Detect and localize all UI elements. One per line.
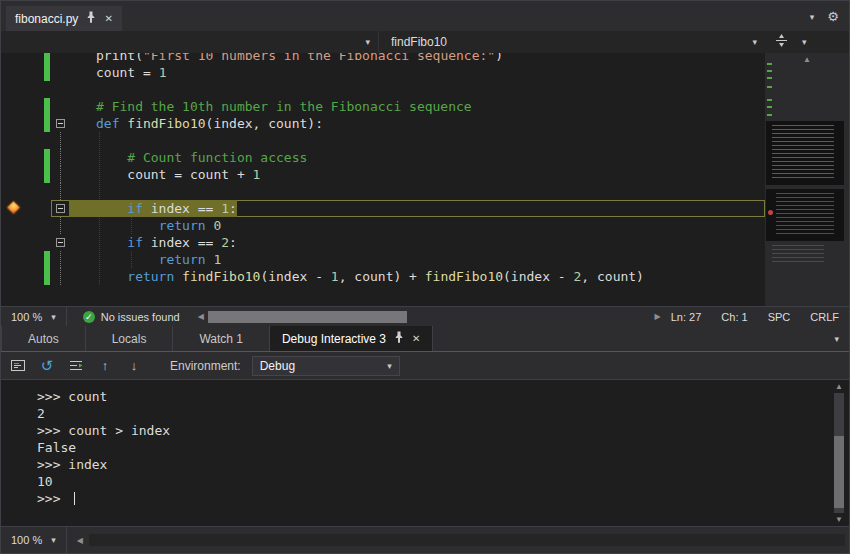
code-text[interactable]: count = 1 xyxy=(69,64,765,81)
breakpoint-margin[interactable] xyxy=(1,217,43,234)
window-menu-chevron-icon[interactable]: ▾ xyxy=(810,12,815,22)
breakpoint-margin[interactable] xyxy=(1,81,43,98)
pin-icon[interactable] xyxy=(86,11,96,26)
vertical-scrollbar[interactable]: ▲ ▼ xyxy=(832,382,846,524)
code-text[interactable]: return 0 xyxy=(69,217,765,234)
outlining-margin[interactable] xyxy=(53,234,69,251)
environment-dropdown[interactable]: Debug ▾ xyxy=(252,356,400,376)
scrollbar-thumb[interactable] xyxy=(208,311,407,323)
scroll-down-icon[interactable]: ▼ xyxy=(831,515,847,524)
tab-watch-1[interactable]: Watch 1 xyxy=(173,326,270,351)
current-statement-glyph-icon[interactable] xyxy=(6,200,22,216)
outlining-margin[interactable] xyxy=(53,251,69,268)
chevron-down-icon[interactable]: ▾ xyxy=(834,334,839,344)
outlining-margin[interactable] xyxy=(53,132,69,149)
outlining-margin[interactable] xyxy=(53,166,69,183)
code-text[interactable]: # Count function access xyxy=(69,149,765,166)
code-text[interactable] xyxy=(69,81,765,98)
code-text[interactable]: print("First 10 numbers in the Fibonacci… xyxy=(69,53,765,64)
previous-command-icon[interactable]: ↑ xyxy=(96,357,114,375)
code-text[interactable]: if index == 2: xyxy=(69,234,765,251)
close-tab-icon[interactable]: ✕ xyxy=(104,14,112,24)
chevron-down-icon[interactable]: ▾ xyxy=(802,37,807,47)
code-text[interactable] xyxy=(69,132,765,149)
outlining-margin[interactable] xyxy=(53,81,69,98)
breakpoint-margin[interactable] xyxy=(1,200,43,217)
zoom-dropdown[interactable]: 100 % ▾ xyxy=(1,307,67,326)
scroll-right-icon[interactable]: ▶ xyxy=(651,312,665,321)
tab-debug-interactive-3[interactable]: Debug Interactive 3 ✕ xyxy=(270,326,433,351)
breakpoint-margin[interactable] xyxy=(1,183,43,200)
collapse-region-icon[interactable] xyxy=(56,204,65,213)
code-line-current-statement[interactable]: if index == 1: xyxy=(1,200,765,217)
outlining-margin[interactable] xyxy=(53,200,69,217)
reset-repl-icon[interactable]: ↺ xyxy=(38,357,56,375)
breakpoint-margin[interactable] xyxy=(1,268,43,285)
breakpoint-margin[interactable] xyxy=(1,98,43,115)
collapse-region-icon[interactable] xyxy=(56,119,65,128)
collapse-region-icon[interactable] xyxy=(56,238,65,247)
outlining-margin[interactable] xyxy=(53,183,69,200)
code-line[interactable]: return 0 xyxy=(1,217,765,234)
outlining-margin[interactable] xyxy=(53,217,69,234)
code-line[interactable] xyxy=(1,183,765,200)
code-text[interactable] xyxy=(69,183,765,200)
code-line[interactable]: # Find the 10th number in the Fibonacci … xyxy=(1,98,765,115)
breakpoint-margin[interactable] xyxy=(1,234,43,251)
code-text[interactable]: count = count + 1 xyxy=(69,166,765,183)
outlining-margin[interactable] xyxy=(53,149,69,166)
breakpoint-margin[interactable] xyxy=(1,149,43,166)
pin-icon[interactable] xyxy=(394,331,404,346)
member-dropdown[interactable]: findFibo10 ▾ xyxy=(379,31,765,53)
code-line[interactable]: count = 1 xyxy=(1,64,765,81)
horizontal-scrollbar[interactable]: ◀ ▶ xyxy=(194,311,665,323)
code-text[interactable]: return 1 xyxy=(69,251,765,268)
code-text[interactable]: return findFibo10(index - 1, count) + fi… xyxy=(69,268,765,285)
scrollbar-track[interactable] xyxy=(834,393,844,513)
scrollbar-track[interactable] xyxy=(208,311,651,323)
close-tab-icon[interactable]: ✕ xyxy=(412,334,420,344)
breakpoint-margin[interactable] xyxy=(1,166,43,183)
code-text[interactable]: def findFibo10(index, count): xyxy=(69,115,765,132)
tab-autos[interactable]: Autos xyxy=(1,326,86,351)
horizontal-scrollbar[interactable] xyxy=(89,534,845,546)
outlining-margin[interactable] xyxy=(53,64,69,81)
outlining-margin[interactable] xyxy=(53,115,69,132)
next-command-icon[interactable]: ↓ xyxy=(125,357,143,375)
gear-icon[interactable]: ⚙ xyxy=(827,10,839,23)
code-line[interactable]: def findFibo10(index, count): xyxy=(1,115,765,132)
outlining-margin[interactable] xyxy=(53,53,69,64)
type-dropdown[interactable]: ▾ xyxy=(1,31,379,53)
outlining-margin[interactable] xyxy=(53,268,69,285)
split-editor-icon[interactable] xyxy=(775,33,788,51)
code-line[interactable]: count = count + 1 xyxy=(1,166,765,183)
interactive-console[interactable]: >>> count2>>> count > indexFalse>>> inde… xyxy=(1,380,849,526)
scroll-up-icon[interactable]: ▲ xyxy=(831,382,847,391)
code-line[interactable]: return 1 xyxy=(1,251,765,268)
console-prompt-line[interactable]: >>> xyxy=(37,490,829,507)
breakpoint-margin[interactable] xyxy=(1,53,43,64)
breakpoint-margin[interactable] xyxy=(1,64,43,81)
scroll-up-icon[interactable]: ▲ xyxy=(765,55,849,64)
code-viewport[interactable]: print("First 10 numbers in the Fibonacci… xyxy=(1,53,765,306)
outlining-margin[interactable] xyxy=(53,98,69,115)
interactive-window-icon[interactable] xyxy=(9,357,27,375)
code-text[interactable]: # Find the 10th number in the Fibonacci … xyxy=(69,98,765,115)
code-line[interactable]: if index == 2: xyxy=(1,234,765,251)
breakpoint-margin[interactable] xyxy=(1,132,43,149)
code-line[interactable]: # Count function access xyxy=(1,149,765,166)
code-line[interactable]: print("First 10 numbers in the Fibonacci… xyxy=(1,53,765,64)
code-text[interactable]: if index == 1: xyxy=(69,200,765,217)
code-line[interactable]: return findFibo10(index - 1, count) + fi… xyxy=(1,268,765,285)
tab-fibonacci-py[interactable]: fibonacci.py ✕ xyxy=(6,6,122,31)
breakpoint-margin[interactable] xyxy=(1,251,43,268)
scrollbar-thumb[interactable] xyxy=(834,436,844,508)
panel-zoom-dropdown[interactable]: 100 % ▾ xyxy=(1,527,67,553)
breakpoint-margin[interactable] xyxy=(1,115,43,132)
history-icon[interactable] xyxy=(67,357,85,375)
issues-indicator[interactable]: ✓ No issues found xyxy=(83,311,180,323)
code-line[interactable] xyxy=(1,132,765,149)
scroll-left-icon[interactable]: ◀ xyxy=(194,312,208,321)
tab-locals[interactable]: Locals xyxy=(86,326,174,351)
minimap-scrollbar[interactable]: ▲ xyxy=(765,53,849,306)
